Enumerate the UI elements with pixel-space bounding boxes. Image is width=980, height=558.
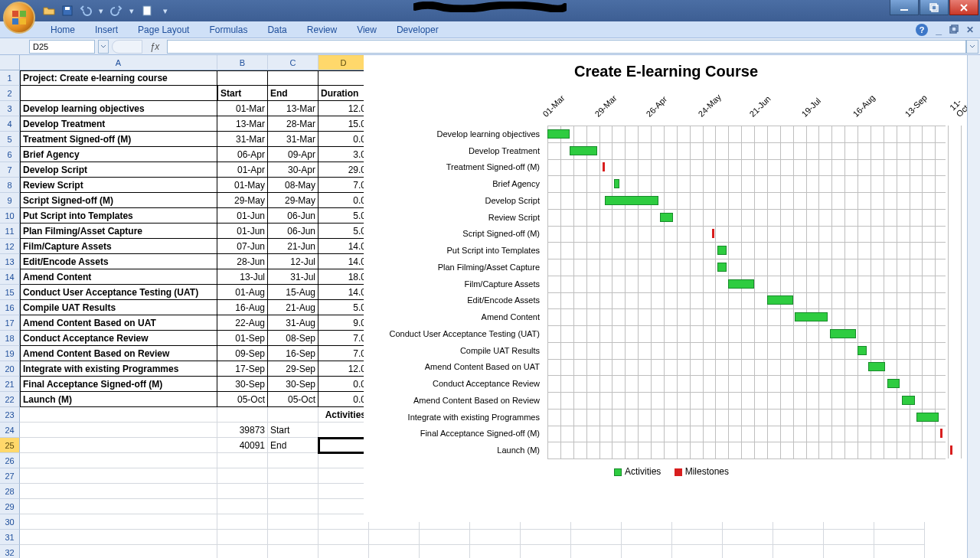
cell-D18[interactable]: 7.0 <box>318 331 369 346</box>
cell-B20[interactable]: 17-Sep <box>217 361 268 377</box>
cell-D24[interactable] <box>318 423 369 438</box>
cell-D23[interactable]: Activities <box>318 407 369 423</box>
cell-B14[interactable]: 13-Jul <box>217 269 268 285</box>
qat-customize-icon[interactable]: ▾ <box>159 5 172 17</box>
undo-dropdown-icon[interactable]: ▾ <box>98 5 104 17</box>
row-header-32[interactable]: 32 <box>0 545 20 558</box>
row-header-9[interactable]: 9 <box>0 193 20 208</box>
cell-C3[interactable]: 13-Mar <box>268 101 318 116</box>
cell-D9[interactable]: 0.0 <box>318 193 369 208</box>
cell-D11[interactable]: 5.0 <box>318 224 369 239</box>
row-header-17[interactable]: 17 <box>0 315 20 331</box>
cell-A29[interactable] <box>20 499 217 514</box>
cell-B21[interactable]: 30-Sep <box>217 377 268 392</box>
cell-G31[interactable] <box>470 530 521 545</box>
cell-A6[interactable]: Brief Agency <box>20 147 217 162</box>
cell-C11[interactable]: 06-Jun <box>268 224 318 239</box>
cell-C19[interactable]: 16-Sep <box>268 346 318 361</box>
row-header-7[interactable]: 7 <box>0 162 20 178</box>
cell-F31[interactable] <box>420 530 470 545</box>
row-header-13[interactable]: 13 <box>0 254 20 269</box>
cell-C12[interactable]: 21-Jun <box>268 239 318 254</box>
cell-B9[interactable]: 29-May <box>217 193 268 208</box>
row-header-31[interactable]: 31 <box>0 530 20 545</box>
cell-D20[interactable]: 12.0 <box>318 361 369 377</box>
cell-D7[interactable]: 29.0 <box>318 162 369 178</box>
cell-H31[interactable] <box>521 530 571 545</box>
close-button[interactable] <box>949 0 978 15</box>
tab-view[interactable]: View <box>348 22 386 38</box>
cell-O32[interactable] <box>874 545 925 558</box>
cell-B2[interactable]: Start <box>217 86 268 101</box>
tab-review[interactable]: Review <box>298 22 346 38</box>
cell-B22[interactable]: 05-Oct <box>217 392 268 407</box>
name-box-dropdown-icon[interactable] <box>98 40 109 54</box>
cell-A25[interactable] <box>20 438 217 453</box>
cell-B3[interactable]: 01-Mar <box>217 101 268 116</box>
row-header-12[interactable]: 12 <box>0 239 20 254</box>
cell-D15[interactable]: 14.0 <box>318 285 369 300</box>
cell-D16[interactable]: 5.0 <box>318 300 369 315</box>
cell-A22[interactable]: Launch (M) <box>20 392 217 407</box>
row-header-24[interactable]: 24 <box>0 423 20 438</box>
cell-F32[interactable] <box>420 545 470 558</box>
row-header-30[interactable]: 30 <box>0 514 20 530</box>
cell-D6[interactable]: 3.0 <box>318 147 369 162</box>
col-header-C[interactable]: C <box>268 55 318 70</box>
cell-C20[interactable]: 29-Sep <box>268 361 318 377</box>
cell-C15[interactable]: 15-Aug <box>268 285 318 300</box>
cell-D12[interactable]: 14.0 <box>318 239 369 254</box>
cell-B11[interactable]: 01-Jun <box>217 224 268 239</box>
formula-expand-icon[interactable] <box>966 40 978 54</box>
cell-D17[interactable]: 9.0 <box>318 315 369 331</box>
cell-A2[interactable] <box>20 86 217 101</box>
cell-D19[interactable]: 7.0 <box>318 346 369 361</box>
cell-B23[interactable] <box>217 407 268 423</box>
cell-B28[interactable] <box>217 484 268 499</box>
row-header-5[interactable]: 5 <box>0 132 20 147</box>
cell-C26[interactable] <box>268 453 318 468</box>
row-header-15[interactable]: 15 <box>0 285 20 300</box>
cell-D31[interactable] <box>318 530 369 545</box>
save-icon[interactable] <box>61 5 74 17</box>
tab-developer[interactable]: Developer <box>387 22 448 38</box>
cell-A27[interactable] <box>20 468 217 484</box>
row-header-2[interactable]: 2 <box>0 86 20 101</box>
workbook-restore-icon[interactable] <box>949 23 959 37</box>
tab-home[interactable]: Home <box>41 22 84 38</box>
row-header-3[interactable]: 3 <box>0 101 20 116</box>
row-header-16[interactable]: 16 <box>0 300 20 315</box>
cell-N32[interactable] <box>824 545 874 558</box>
cell-D22[interactable]: 0.0 <box>318 392 369 407</box>
ribbon-minimize-icon[interactable]: _ <box>936 24 942 36</box>
cell-A9[interactable]: Script Signed-off (M) <box>20 193 217 208</box>
cell-A16[interactable]: Compile UAT Results <box>20 300 217 315</box>
formula-input[interactable] <box>167 40 966 54</box>
undo-icon[interactable] <box>80 5 92 17</box>
cell-D14[interactable]: 18.0 <box>318 269 369 285</box>
fx-button[interactable]: ƒx <box>145 40 164 54</box>
cell-A13[interactable]: Edit/Encode Assets <box>20 254 217 269</box>
tab-data[interactable]: Data <box>258 22 296 38</box>
cell-K31[interactable] <box>672 530 723 545</box>
tab-formulas[interactable]: Formulas <box>200 22 256 38</box>
name-box[interactable]: D25 <box>29 40 95 54</box>
cell-B18[interactable]: 01-Sep <box>217 331 268 346</box>
cell-B17[interactable]: 22-Aug <box>217 315 268 331</box>
row-header-20[interactable]: 20 <box>0 361 20 377</box>
cell-A31[interactable] <box>20 530 217 545</box>
cell-D10[interactable]: 5.0 <box>318 208 369 224</box>
cell-A8[interactable]: Review Script <box>20 178 217 193</box>
cell-N31[interactable] <box>824 530 874 545</box>
tab-page-layout[interactable]: Page Layout <box>129 22 198 38</box>
cell-B24[interactable]: 39873 <box>217 423 268 438</box>
tab-insert[interactable]: Insert <box>86 22 127 38</box>
cell-D28[interactable] <box>318 484 369 499</box>
cell-A21[interactable]: Final Acceptance Signed-off (M) <box>20 377 217 392</box>
cell-D8[interactable]: 7.0 <box>318 178 369 193</box>
cell-B7[interactable]: 01-Apr <box>217 162 268 178</box>
cell-B10[interactable]: 01-Jun <box>217 208 268 224</box>
cell-B12[interactable]: 07-Jun <box>217 239 268 254</box>
row-header-18[interactable]: 18 <box>0 331 20 346</box>
row-header-25[interactable]: 25 <box>0 438 20 453</box>
